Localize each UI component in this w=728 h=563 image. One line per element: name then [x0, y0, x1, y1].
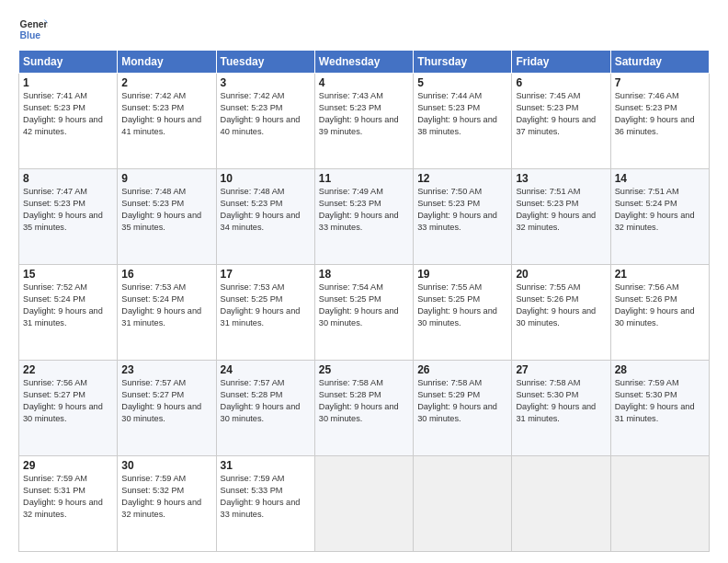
day-number: 16: [121, 268, 211, 281]
calendar-week-1: 1Sunrise: 7:41 AMSunset: 5:23 PMDaylight…: [19, 74, 710, 169]
calendar-header-friday: Friday: [512, 51, 610, 74]
calendar-cell: 7Sunrise: 7:46 AMSunset: 5:23 PMDaylight…: [610, 74, 709, 169]
day-info: Sunrise: 7:56 AMSunset: 5:26 PMDaylight:…: [615, 282, 705, 329]
day-info: Sunrise: 7:52 AMSunset: 5:24 PMDaylight:…: [23, 282, 113, 329]
day-number: 13: [516, 172, 606, 185]
day-info: Sunrise: 7:42 AMSunset: 5:23 PMDaylight:…: [121, 90, 211, 138]
calendar-cell: 2Sunrise: 7:42 AMSunset: 5:23 PMDaylight…: [118, 74, 216, 169]
calendar-header-row: SundayMondayTuesdayWednesdayThursdayFrid…: [19, 51, 710, 74]
calendar-cell: 5Sunrise: 7:44 AMSunset: 5:23 PMDaylight…: [414, 74, 512, 169]
calendar-cell: 19Sunrise: 7:55 AMSunset: 5:25 PMDayligh…: [414, 265, 512, 361]
calendar-cell: 31Sunrise: 7:59 AMSunset: 5:33 PMDayligh…: [216, 456, 314, 552]
calendar-cell: 1Sunrise: 7:41 AMSunset: 5:23 PMDaylight…: [19, 74, 118, 169]
day-info: Sunrise: 7:55 AMSunset: 5:26 PMDaylight:…: [516, 282, 606, 329]
calendar-cell: 23Sunrise: 7:57 AMSunset: 5:27 PMDayligh…: [118, 361, 216, 456]
day-info: Sunrise: 7:59 AMSunset: 5:31 PMDaylight:…: [23, 473, 113, 521]
calendar-cell: 10Sunrise: 7:48 AMSunset: 5:23 PMDayligh…: [216, 169, 314, 265]
day-info: Sunrise: 7:41 AMSunset: 5:23 PMDaylight:…: [23, 90, 113, 138]
calendar-cell: 13Sunrise: 7:51 AMSunset: 5:23 PMDayligh…: [512, 169, 610, 265]
calendar-cell: 11Sunrise: 7:49 AMSunset: 5:23 PMDayligh…: [314, 169, 413, 265]
day-info: Sunrise: 7:49 AMSunset: 5:23 PMDaylight:…: [319, 186, 409, 234]
day-number: 1: [23, 76, 113, 89]
logo: General Blue: [18, 15, 48, 44]
day-number: 3: [221, 76, 311, 89]
calendar-week-5: 29Sunrise: 7:59 AMSunset: 5:31 PMDayligh…: [19, 456, 710, 552]
day-info: Sunrise: 7:55 AMSunset: 5:25 PMDaylight:…: [417, 282, 507, 329]
calendar-cell: 14Sunrise: 7:51 AMSunset: 5:24 PMDayligh…: [610, 169, 709, 265]
day-number: 30: [121, 459, 211, 472]
calendar-body: 1Sunrise: 7:41 AMSunset: 5:23 PMDaylight…: [19, 74, 710, 552]
day-number: 2: [121, 76, 211, 89]
day-number: 9: [121, 172, 211, 185]
calendar-cell: 24Sunrise: 7:57 AMSunset: 5:28 PMDayligh…: [216, 361, 314, 456]
calendar-cell: 25Sunrise: 7:58 AMSunset: 5:28 PMDayligh…: [314, 361, 413, 456]
calendar-header-saturday: Saturday: [610, 51, 709, 74]
calendar-cell: [314, 456, 413, 552]
day-number: 19: [417, 268, 507, 281]
day-info: Sunrise: 7:51 AMSunset: 5:23 PMDaylight:…: [516, 186, 606, 234]
day-number: 4: [319, 76, 409, 89]
day-number: 15: [23, 268, 113, 281]
day-info: Sunrise: 7:48 AMSunset: 5:23 PMDaylight:…: [221, 186, 311, 234]
calendar-cell: 4Sunrise: 7:43 AMSunset: 5:23 PMDaylight…: [314, 74, 413, 169]
calendar-week-2: 8Sunrise: 7:47 AMSunset: 5:23 PMDaylight…: [19, 169, 710, 265]
day-number: 17: [221, 268, 311, 281]
day-number: 12: [417, 172, 507, 185]
day-info: Sunrise: 7:59 AMSunset: 5:30 PMDaylight:…: [615, 377, 705, 425]
calendar-cell: 18Sunrise: 7:54 AMSunset: 5:25 PMDayligh…: [314, 265, 413, 361]
day-number: 6: [516, 76, 606, 89]
calendar-cell: 27Sunrise: 7:58 AMSunset: 5:30 PMDayligh…: [512, 361, 610, 456]
day-number: 27: [516, 363, 606, 376]
calendar-cell: [512, 456, 610, 552]
day-info: Sunrise: 7:59 AMSunset: 5:32 PMDaylight:…: [121, 473, 211, 521]
day-info: Sunrise: 7:57 AMSunset: 5:27 PMDaylight:…: [121, 377, 211, 425]
calendar-cell: 30Sunrise: 7:59 AMSunset: 5:32 PMDayligh…: [118, 456, 216, 552]
day-info: Sunrise: 7:43 AMSunset: 5:23 PMDaylight:…: [319, 90, 409, 138]
calendar-cell: [414, 456, 512, 552]
day-info: Sunrise: 7:58 AMSunset: 5:28 PMDaylight:…: [319, 377, 409, 425]
day-info: Sunrise: 7:57 AMSunset: 5:28 PMDaylight:…: [221, 377, 311, 425]
calendar-cell: 15Sunrise: 7:52 AMSunset: 5:24 PMDayligh…: [19, 265, 118, 361]
calendar-header-wednesday: Wednesday: [314, 51, 413, 74]
day-number: 26: [417, 363, 507, 376]
day-info: Sunrise: 7:44 AMSunset: 5:23 PMDaylight:…: [417, 90, 507, 138]
day-info: Sunrise: 7:59 AMSunset: 5:33 PMDaylight:…: [221, 473, 311, 521]
calendar-cell: 26Sunrise: 7:58 AMSunset: 5:29 PMDayligh…: [414, 361, 512, 456]
calendar-week-3: 15Sunrise: 7:52 AMSunset: 5:24 PMDayligh…: [19, 265, 710, 361]
day-number: 20: [516, 268, 606, 281]
day-number: 5: [417, 76, 507, 89]
calendar-week-4: 22Sunrise: 7:56 AMSunset: 5:27 PMDayligh…: [19, 361, 710, 456]
calendar-cell: 20Sunrise: 7:55 AMSunset: 5:26 PMDayligh…: [512, 265, 610, 361]
calendar-header-thursday: Thursday: [414, 51, 512, 74]
day-info: Sunrise: 7:46 AMSunset: 5:23 PMDaylight:…: [615, 90, 705, 138]
day-info: Sunrise: 7:48 AMSunset: 5:23 PMDaylight:…: [121, 186, 211, 234]
calendar-header-tuesday: Tuesday: [216, 51, 314, 74]
svg-text:Blue: Blue: [20, 30, 41, 40]
day-number: 8: [23, 172, 113, 185]
day-number: 29: [23, 459, 113, 472]
day-number: 25: [319, 363, 409, 376]
day-number: 31: [221, 459, 311, 472]
day-info: Sunrise: 7:42 AMSunset: 5:23 PMDaylight:…: [221, 90, 311, 138]
day-number: 11: [319, 172, 409, 185]
calendar-cell: 12Sunrise: 7:50 AMSunset: 5:23 PMDayligh…: [414, 169, 512, 265]
day-number: 14: [615, 172, 705, 185]
day-info: Sunrise: 7:56 AMSunset: 5:27 PMDaylight:…: [23, 377, 113, 425]
day-info: Sunrise: 7:45 AMSunset: 5:23 PMDaylight:…: [516, 90, 606, 138]
day-number: 21: [615, 268, 705, 281]
calendar-page: General Blue SundayMondayTuesdayWednesda…: [0, 0, 728, 563]
calendar-cell: 8Sunrise: 7:47 AMSunset: 5:23 PMDaylight…: [19, 169, 118, 265]
calendar-cell: 9Sunrise: 7:48 AMSunset: 5:23 PMDaylight…: [118, 169, 216, 265]
svg-text:General: General: [20, 19, 48, 29]
calendar-cell: 22Sunrise: 7:56 AMSunset: 5:27 PMDayligh…: [19, 361, 118, 456]
day-number: 7: [615, 76, 705, 89]
day-info: Sunrise: 7:54 AMSunset: 5:25 PMDaylight:…: [319, 282, 409, 329]
day-number: 23: [121, 363, 211, 376]
day-info: Sunrise: 7:51 AMSunset: 5:24 PMDaylight:…: [615, 186, 705, 234]
day-info: Sunrise: 7:58 AMSunset: 5:30 PMDaylight:…: [516, 377, 606, 425]
calendar-cell: 16Sunrise: 7:53 AMSunset: 5:24 PMDayligh…: [118, 265, 216, 361]
day-info: Sunrise: 7:53 AMSunset: 5:25 PMDaylight:…: [221, 282, 311, 329]
day-info: Sunrise: 7:58 AMSunset: 5:29 PMDaylight:…: [417, 377, 507, 425]
day-number: 18: [319, 268, 409, 281]
calendar-header-monday: Monday: [118, 51, 216, 74]
